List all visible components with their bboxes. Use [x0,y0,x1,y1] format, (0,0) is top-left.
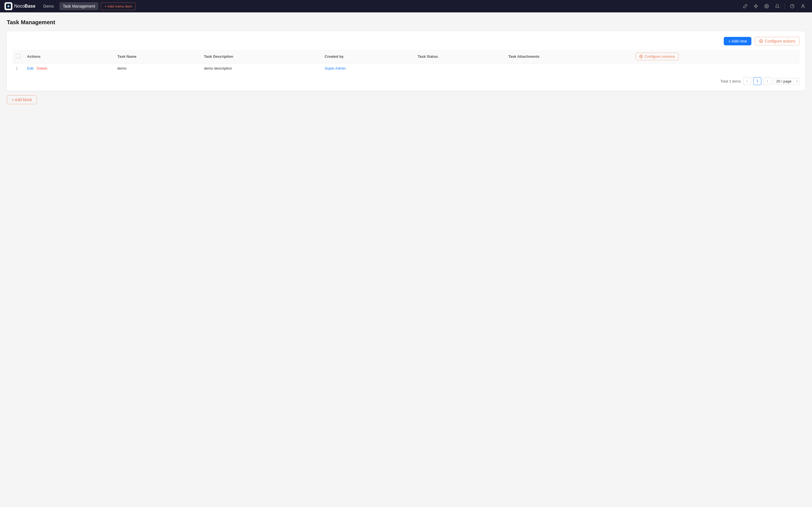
table-header-row: Actions Task Name Task Description Creat… [12,50,800,63]
created-by-link[interactable]: Super Admin [325,66,346,70]
configure-columns-icon [639,55,643,58]
svg-marker-2 [754,4,758,8]
row-task-description-cell: demo description [200,63,321,73]
page-content: Task Management + Add new Configure acti… [0,12,812,111]
logo-text: NocoBase [14,4,36,9]
row-task-status-cell [414,63,505,73]
col-header-task-status: Task Status [414,50,505,63]
data-table: Actions Task Name Task Description Creat… [12,50,800,73]
configure-columns-button[interactable]: Configure columns [636,53,679,60]
total-items-text: Total 1 items [720,79,741,83]
navbar-icons [741,2,808,11]
help-icon[interactable] [788,2,797,11]
col-header-task-name: Task Name [114,50,200,63]
col-header-task-description: Task Description [200,50,321,63]
svg-point-3 [766,6,767,7]
configure-actions-icon [759,39,763,43]
delete-button[interactable]: Delete [37,66,47,70]
svg-point-6 [802,4,804,6]
row-created-by-cell: Super Admin [321,63,414,73]
add-new-button[interactable]: + Add new [724,37,751,45]
edit-button[interactable]: Edit [27,66,33,70]
row-checkbox-cell: 1 [12,63,24,73]
page-1-button[interactable]: 1 [753,77,761,85]
col-header-created-by: Created by [321,50,414,63]
block-toolbar: + Add new Configure actions [12,37,800,45]
add-block-button[interactable]: + Add block [7,95,37,104]
configure-actions-button[interactable]: Configure actions [755,37,800,45]
col-header-configure-columns: Configure columns [632,50,800,63]
col-header-checkbox [12,50,24,63]
svg-point-1 [8,6,9,7]
pagination-bar: Total 1 items ‹ 1 › 20 / page 10 / page … [12,77,800,85]
svg-point-8 [641,56,642,57]
navbar: NocoBase Demo Task Management + Add menu… [0,0,812,12]
row-actions-cell: Edit Delete [24,63,114,73]
prev-page-button[interactable]: ‹ [743,77,751,85]
select-all-checkbox[interactable] [16,54,20,58]
settings-icon[interactable] [762,2,771,11]
per-page-select[interactable]: 20 / page 10 / page 50 / page 100 / page [774,78,800,84]
row-extra-cell [632,63,800,73]
bell-icon[interactable] [773,2,782,11]
logo-icon [4,2,12,10]
navbar-divider [784,3,785,9]
brush-icon[interactable] [741,2,750,11]
row-task-name-cell: demo [114,63,200,73]
col-header-task-attachments: Task Attachments [505,50,632,63]
nav-item-demo[interactable]: Demo [40,2,57,10]
block-card: + Add new Configure actions Actions [7,31,805,91]
logo[interactable]: NocoBase [4,2,36,10]
lightning-icon[interactable] [751,2,760,11]
user-icon[interactable] [799,2,808,11]
svg-point-7 [760,41,762,42]
add-menu-item-button[interactable]: + Add menu item [101,3,136,10]
next-page-button[interactable]: › [763,77,771,85]
page-title: Task Management [7,19,805,25]
nav-item-task-management[interactable]: Task Management [59,2,98,10]
table-row: 1 Edit Delete demo demo description Supe… [12,63,800,73]
col-header-actions: Actions [24,50,114,63]
row-task-attachments-cell [505,63,632,73]
per-page-wrapper: 20 / page 10 / page 50 / page 100 / page [774,78,800,84]
